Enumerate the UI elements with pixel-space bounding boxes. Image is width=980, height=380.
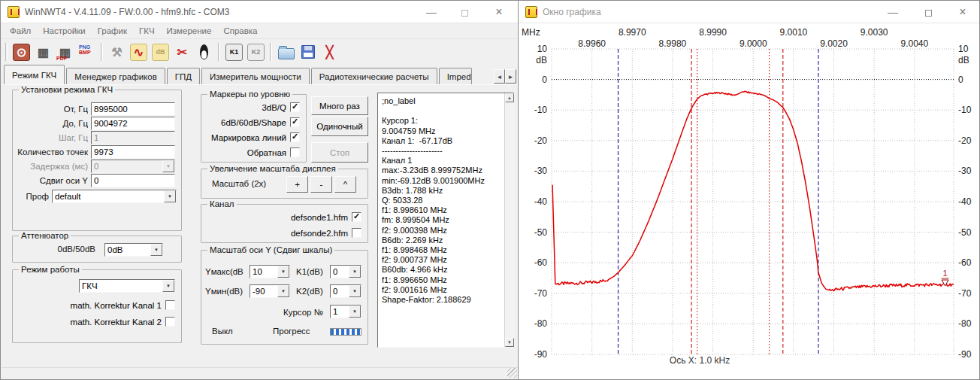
graph-close-button[interactable]: × (951, 4, 974, 20)
marker-inverse: Обратная (204, 147, 300, 157)
power-icon[interactable]: ⊙ (11, 42, 32, 62)
sweep-mode-panel: Установки режима ГКЧ От, Гц8995000До, Гц… (2, 84, 518, 367)
marker-line-marking-checkbox[interactable]: ✓ (290, 132, 300, 142)
step-hz-label: Шаг, Гц (16, 133, 88, 142)
print-icon[interactable]: ▦ (33, 42, 53, 62)
k2-channel-icon[interactable]: K2 (246, 42, 266, 62)
tab-power-meter[interactable]: Измеритель мощности (201, 68, 310, 84)
info-scrollbar[interactable]: ▲ ▼ (504, 93, 513, 347)
points-count-input[interactable]: 9973 (91, 145, 175, 159)
k1-combo[interactable]: 0 ▼ (330, 265, 361, 278)
zoom-out-button[interactable]: - (310, 176, 332, 193)
settings-tools-icon[interactable]: ⚒ (107, 42, 127, 62)
field-row-profile: Профdefault▼ (16, 190, 177, 203)
chevron-down-icon[interactable]: ▼ (349, 266, 361, 278)
zoom-reset-button[interactable]: ^ (334, 176, 356, 193)
chevron-down-icon[interactable]: ▼ (349, 285, 361, 297)
tab-sweep-mode[interactable]: Режим ГКЧ (4, 65, 65, 84)
power-icon-glyph: ⊙ (13, 44, 30, 61)
tux-icon[interactable] (194, 42, 214, 62)
marker-6db-60db-shape-checkbox[interactable]: ✓ (290, 117, 300, 127)
marker-inverse-checkbox[interactable] (290, 147, 300, 157)
y-shift-input[interactable]: 0 (91, 174, 175, 187)
k2-label: K2(dB) (296, 287, 328, 296)
channel-defsonde1-checkbox[interactable]: ✓ (352, 212, 361, 222)
menu-item-file[interactable]: Файл (4, 26, 37, 35)
export-png-bmp-icon[interactable]: PNGBMP (77, 42, 97, 62)
scroll-up-icon[interactable]: ▲ (505, 93, 514, 102)
marker-3db-q-label: 3dB/Q (204, 103, 286, 112)
menu-item-settings[interactable]: Настройки (37, 26, 91, 35)
y-tick-label: -10 (958, 105, 972, 115)
db-scale-icon[interactable]: dB (150, 42, 171, 62)
profile-combo[interactable]: default▼ (52, 190, 177, 203)
work-mode-combo[interactable]: ГКЧ ▼ (79, 279, 175, 293)
step-hz-input[interactable]: 1 (91, 131, 175, 144)
korrektur-2: math. Korrektur Kanal 2 (16, 317, 175, 327)
sweep-continuous-button[interactable]: Много раз (311, 96, 368, 115)
ymax-combo[interactable]: 10 ▼ (250, 265, 290, 278)
zoom-in-button[interactable]: + (286, 176, 308, 193)
chevron-down-icon[interactable]: ▼ (162, 160, 174, 172)
k2-combo[interactable]: 0 ▼ (330, 284, 361, 298)
chevron-down-icon[interactable]: ▼ (162, 280, 174, 292)
info-panel[interactable]: ;no_label Курсор 1: 9.004759 MHz Канал 1… (377, 93, 514, 348)
chevron-down-icon[interactable]: ▼ (277, 266, 289, 278)
cursor-number-combo[interactable]: 1 ▼ (330, 305, 361, 318)
korrektur-1-checkbox[interactable] (165, 300, 175, 310)
menu-item-graph[interactable]: График (92, 26, 133, 35)
korrektur-2-checkbox[interactable] (165, 317, 175, 327)
korrektur-1-label: math. Korrektur Kanal 1 (16, 301, 162, 310)
graph-maximize-button[interactable] (917, 4, 939, 20)
from-hz-input[interactable]: 8995000 (91, 102, 175, 116)
marker-3db-q-checkbox[interactable]: ✓ (290, 102, 300, 112)
open-file-icon[interactable] (276, 42, 296, 62)
chevron-down-icon[interactable]: ▼ (349, 306, 361, 318)
knife-icon[interactable]: ✂ (172, 42, 192, 62)
close-button[interactable]: × (488, 4, 510, 20)
cursor-flag-label[interactable]: 1 (943, 269, 948, 278)
maximize-button[interactable] (453, 4, 476, 20)
print-icon-glyph: ▦ (35, 44, 52, 61)
graph-minimize-button[interactable]: — (882, 4, 904, 20)
tab-scroll-left-icon[interactable]: ◄ (494, 69, 505, 84)
chevron-down-icon[interactable]: ▼ (150, 244, 162, 256)
k1-channel-icon[interactable]: K1 (224, 42, 244, 62)
tab-impedance[interactable]: Imped (439, 68, 472, 84)
toolbar-separator (5, 43, 8, 61)
tab-scroll-right-icon[interactable]: ► (505, 69, 516, 84)
ymax-label: Yмакс(dB (205, 267, 247, 276)
minimize-button[interactable]: — (420, 4, 443, 20)
quit-icon[interactable]: ╳ (319, 42, 340, 62)
open-glyph (278, 48, 295, 59)
menu-item-help[interactable]: Справка (217, 26, 263, 35)
group-channel-caption: Канал (207, 199, 237, 208)
channel-defsonde2-checkbox[interactable] (352, 228, 361, 238)
to-hz-input[interactable]: 9004972 (91, 117, 175, 130)
chevron-down-icon[interactable]: ▼ (277, 285, 289, 297)
tab-graph-manager[interactable]: Менеджер графиков (66, 68, 165, 84)
menu-item-measure[interactable]: Измерение (161, 26, 218, 35)
graph-titlebar[interactable]: Окно графика — × (519, 1, 979, 23)
sweep-stop-button[interactable]: Стоп (311, 142, 368, 163)
display-zoom-label: Масштаб (2x) (212, 179, 266, 188)
y-tick-label: -50 (958, 227, 972, 238)
attenuator-combo[interactable]: 0dB ▼ (104, 243, 163, 257)
resize-grip[interactable] (507, 368, 517, 378)
chevron-down-icon[interactable]: ▼ (164, 190, 176, 202)
menu-item-gkc[interactable]: ГКЧ (133, 26, 161, 35)
from-hz-label: От, Гц (16, 105, 88, 114)
desktop: WinNWT4 - V.4.11.09 - FW:0.00 - hfm9.hfc… (0, 0, 980, 380)
tab-rf-calculations[interactable]: Радиотехнические расчеты (311, 68, 437, 84)
save-file-icon[interactable] (298, 42, 318, 62)
sweep-curve-icon[interactable]: ∿ (129, 42, 149, 62)
scroll-down-icon[interactable]: ▼ (505, 338, 514, 347)
tab-vfo[interactable]: ГПД (167, 68, 200, 84)
main-titlebar[interactable]: WinNWT4 - V.4.11.09 - FW:0.00 - hfm9.hfc… (1, 1, 519, 23)
ymin-combo[interactable]: -90 ▼ (250, 284, 290, 298)
print-pdf-icon[interactable]: ▦PDF (55, 42, 75, 62)
sweep-single-button[interactable]: Одиночный (311, 117, 368, 136)
group-display-zoom: Увеличение масштаба дисплея Масштаб (2x)… (201, 169, 368, 199)
x-tick-label: 8.9990 (699, 27, 727, 38)
delay-ms-combo[interactable]: 0▼ (91, 160, 175, 173)
